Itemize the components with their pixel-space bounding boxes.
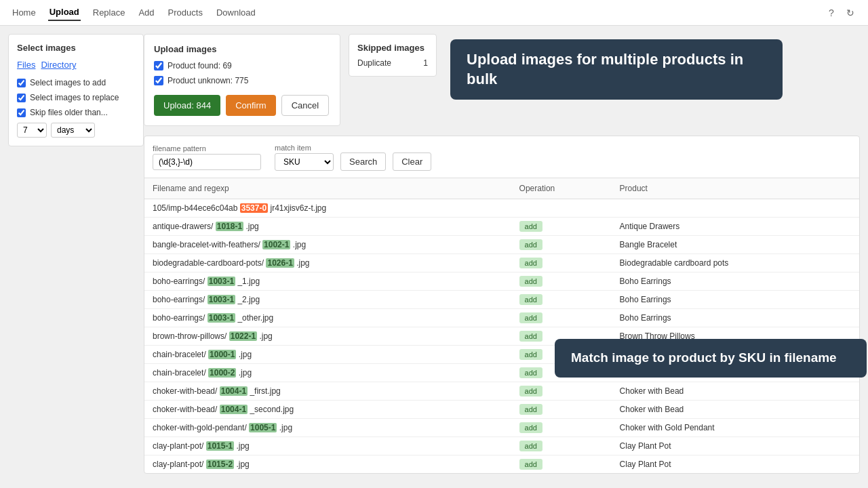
tab-directory[interactable]: Directory [41, 60, 76, 70]
cell-filename: boho-earrings/ 1003-1 _other.jpg [144, 309, 511, 327]
cell-product: Clay Plant Pot [612, 455, 859, 474]
nav-home[interactable]: Home [11, 5, 37, 20]
filename-suffix: _other.jpg [235, 313, 273, 323]
cell-operation: add [511, 254, 612, 272]
help-icon[interactable]: ? [825, 6, 838, 20]
cell-filename: boho-earrings/ 1003-1 _2.jpg [144, 291, 511, 309]
pattern-label: filename pattern [153, 144, 261, 152]
table-row: 105/imp-b44ece6c04ab 3537-0 jr41xjisv6z-… [144, 199, 859, 218]
filename-text: choker-with-bead/ [153, 386, 220, 396]
cell-filename: chain-bracelet/ 1000-1 .jpg [144, 346, 511, 364]
nav-download[interactable]: Download [215, 5, 257, 20]
operation-badge: add [519, 422, 542, 433]
days-unit-select[interactable]: days weeks [51, 123, 95, 138]
select-images-title: Select images [17, 43, 135, 53]
cell-filename: choker-with-bead/ 1004-1 _first.jpg [144, 382, 511, 401]
operation-badge: add [519, 221, 542, 232]
operation-badge: add [519, 331, 542, 342]
filename-text: boho-earrings/ [153, 295, 208, 304]
clear-button[interactable]: Clear [393, 152, 431, 171]
filename-text: choker-with-bead/ [153, 405, 220, 414]
cell-filename: clay-plant-pot/ 1015-2 .jpg [144, 455, 511, 474]
left-panel: Select images Files Directory Select ima… [8, 34, 144, 146]
filename-text: clay-plant-pot/ [153, 441, 206, 451]
sku-highlight: 1003-1 [208, 277, 235, 286]
hero-banner-2: Match image to product by SKU in filenam… [555, 339, 867, 378]
confirm-button[interactable]: Confirm [226, 95, 276, 116]
product-found-checkbox[interactable] [154, 61, 163, 70]
cell-product: Choker with Bead [612, 401, 859, 419]
col-operation: Operation [511, 178, 612, 199]
table-row: choker-with-bead/ 1004-1 _first.jpgaddCh… [144, 382, 859, 401]
cell-operation: add [511, 291, 612, 309]
filename-text: clay-plant-pot/ [153, 460, 206, 469]
data-table: Filename and regexp Operation Product 10… [144, 178, 859, 473]
match-select[interactable]: SKU Name [275, 153, 334, 171]
sku-highlight: 1003-1 [208, 313, 235, 323]
filename-suffix: .jpg [236, 350, 252, 359]
filename-suffix: _second.jpg [248, 405, 294, 414]
filename-suffix: .jpg [236, 368, 252, 378]
nav-replace[interactable]: Replace [92, 5, 127, 20]
product-unknown-checkbox[interactable] [154, 76, 163, 85]
sku-highlight: 1000-1 [208, 350, 236, 359]
cell-operation [511, 199, 612, 218]
nav-icons: ? ↻ [825, 6, 857, 20]
table-row: choker-with-gold-pendant/ 1005-1 .jpgadd… [144, 419, 859, 437]
filename-suffix: _first.jpg [248, 386, 281, 396]
filename-suffix: .jpg [234, 441, 250, 451]
match-label: match item [275, 144, 334, 152]
table-row: antique-drawers/ 1018-1 .jpgaddAntique D… [144, 218, 859, 236]
filename-suffix: .jpg [243, 222, 259, 231]
filename-suffix: .jpg [234, 460, 250, 469]
filename-suffix: .jpg [257, 331, 273, 341]
product-unknown-row: Product unknown: 775 [154, 76, 330, 85]
nav-add[interactable]: Add [137, 5, 155, 20]
filename-text: boho-earrings/ [153, 313, 208, 323]
sku-highlight: 1002-1 [262, 240, 290, 249]
cell-product: Choker with Bead [612, 382, 859, 401]
upload-dialog: Upload images Product found: 69 Product … [144, 34, 340, 126]
operation-badge: add [519, 239, 542, 250]
skipped-title: Skipped images [357, 43, 428, 53]
sku-highlight: 1005-1 [249, 423, 277, 432]
cell-filename: choker-with-gold-pendant/ 1005-1 .jpg [144, 419, 511, 437]
refresh-icon[interactable]: ↻ [844, 6, 857, 20]
filename-suffix: jr41xjisv6z-t.jpg [268, 203, 326, 213]
sku-highlight: 1004-1 [220, 405, 248, 414]
checkbox-replace-input[interactable] [17, 94, 26, 102]
checkbox-add-input[interactable] [17, 79, 26, 87]
pattern-input[interactable] [153, 154, 261, 170]
cancel-button[interactable]: Cancel [281, 95, 329, 116]
sku-highlight: 1022-1 [229, 331, 257, 341]
cell-operation: add [511, 309, 612, 327]
product-unknown-label: Product unknown: 775 [167, 76, 248, 85]
nav-upload[interactable]: Upload [48, 4, 81, 21]
search-button[interactable]: Search [340, 152, 386, 171]
days-number-select[interactable]: 7 14 30 [17, 123, 47, 138]
filename-suffix: _2.jpg [235, 295, 260, 304]
tab-files[interactable]: Files [17, 60, 35, 70]
checkbox-add-label: Select images to add [30, 78, 106, 87]
upload-button[interactable]: Upload: 844 [154, 95, 220, 116]
sku-highlight: 1026-1 [266, 258, 294, 268]
cell-filename: bangle-bracelet-with-feathers/ 1002-1 .j… [144, 236, 511, 254]
table-row: bangle-bracelet-with-feathers/ 1002-1 .j… [144, 236, 859, 254]
cell-operation: add [511, 236, 612, 254]
filename-text: chain-bracelet/ [153, 368, 208, 378]
right-area: Upload images Product found: 69 Product … [144, 34, 860, 480]
cell-filename: chain-bracelet/ 1000-2 .jpg [144, 364, 511, 382]
cell-operation: add [511, 419, 612, 437]
filename-suffix: .jpg [277, 423, 292, 432]
nav-products[interactable]: Products [167, 5, 204, 20]
sku-highlight: 1000-2 [208, 368, 236, 378]
checkbox-skip-input[interactable] [17, 108, 26, 117]
skipped-duplicate-row: Duplicate 1 [357, 58, 428, 68]
cell-operation: add [511, 382, 612, 401]
table-row: clay-plant-pot/ 1015-2 .jpgaddClay Plant… [144, 455, 859, 474]
sku-highlight: 3537-0 [240, 203, 268, 213]
table-section: filename pattern match item SKU Name Sea… [144, 136, 860, 474]
pattern-group: filename pattern [153, 144, 261, 170]
filename-suffix: .jpg [290, 240, 306, 249]
cell-product: Boho Earrings [612, 309, 859, 327]
